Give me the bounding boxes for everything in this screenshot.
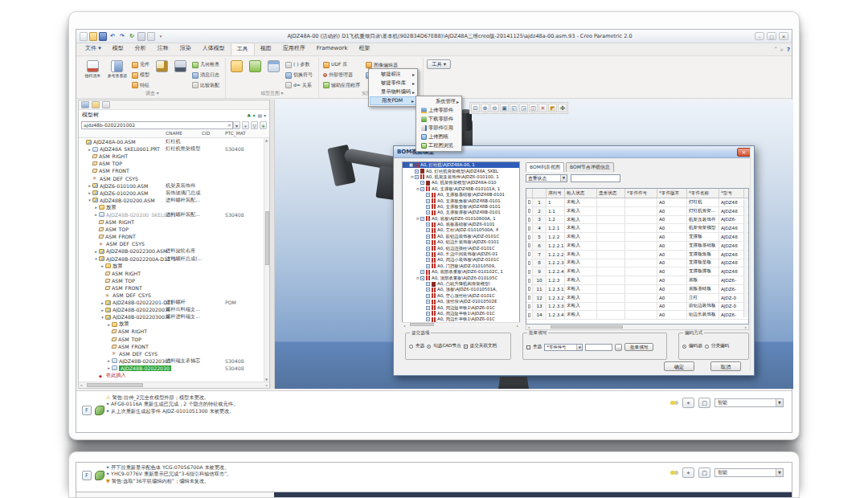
expander-icon[interactable] [106,358,112,363]
bom-tree-row[interactable]: A0, 支撑板基础板\AJDZ48B-0101 [403,192,519,198]
filter-value-input[interactable] [571,174,620,182]
column-header-cname[interactable]: CNAME [166,131,182,136]
model-tree-row[interactable]: ASM_TOP [79,160,269,167]
ribbon-tab[interactable]: 注释 [152,43,174,55]
regenerate-icon[interactable]: ↻ [128,32,136,41]
search-tool-button[interactable]: ⌖ [682,467,694,478]
node-checkbox[interactable] [426,210,430,214]
node-checkbox[interactable] [426,300,430,304]
expander-icon[interactable] [100,308,105,312]
display-style-icon[interactable]: ◫ [529,104,538,112]
model-tree-row[interactable]: AJDZ48B-020220200.A 螺杆出料端支... [79,306,269,313]
menu-item[interactable]: 敏捷零件库 [370,79,416,88]
bom-tree-row[interactable]: A0, 支撑板撑板\AJDZ48B-0101 [403,210,519,215]
model-tree-row[interactable]: ASM_DEF_CSYS [79,292,269,299]
model-tree-row[interactable]: AJDZ6-010200.ASM 装饰玻璃门总成 [79,190,269,197]
find-in-tree-icon[interactable]: ⌖ [242,121,249,129]
save-icon[interactable] [99,32,107,41]
table-horizontal-scrollbar[interactable]: ◂▸ [526,325,749,330]
undo-icon[interactable]: ↶ [108,32,117,41]
model-tree-row[interactable]: ASM_FRONT [79,343,269,350]
menu-item[interactable]: 下载零部件 [417,115,461,124]
row-checkbox[interactable] [528,304,530,308]
zoom-in-icon[interactable]: ⊕ [481,104,489,112]
ribbon-tab[interactable]: 模型 [107,43,129,55]
支撑板基础板[interactable]: 6 1.2.2.1 未检入 A0 支撑板基础板 AJDZ48 [526,242,748,251]
message-log-button[interactable]: 消息日志 [190,71,221,80]
expander-icon[interactable] [93,249,99,254]
minimize-ribbon-icon[interactable]: ˄ [775,46,778,54]
node-checkbox[interactable] [420,181,424,185]
底板[interactable]: 10 1.2.3 未检入 A0 底板 AJDZ6- [526,276,748,285]
dialog-tab[interactable]: BOM列表视图 [526,162,564,172]
zoom-out-icon[interactable]: ⊖ [490,104,499,112]
node-checkbox[interactable] [415,175,419,179]
model-tree-row[interactable]: ASM_TOP [79,336,269,343]
model-tree-row[interactable]: ASM_DEF_CSYS [79,174,269,182]
column-header-cid[interactable]: CID [202,131,210,136]
row-checkbox[interactable] [528,227,530,231]
family-table-button[interactable] [265,59,281,90]
table-vertical-scrollbar[interactable] [743,199,747,317]
row-checkbox[interactable] [528,296,530,300]
node-checkbox[interactable] [409,163,413,167]
bom-tree-horizontal-scrollbar[interactable]: ◂▸ [402,322,520,327]
maximize-button[interactable]: ▢ [767,32,776,40]
node-checkbox[interactable] [426,258,430,262]
help-icon[interactable]: ? [787,46,790,54]
cancel-button[interactable]: 取消 [710,361,741,371]
ribbon-tab[interactable]: 文件 ▾ [80,43,107,55]
node-checkbox[interactable] [426,199,430,203]
model-tree-row[interactable]: AJDZ6-010100.ASM 机架及装饰件 [79,182,269,190]
node-checkbox[interactable] [426,264,430,268]
model-tree-tab-icon[interactable] [81,101,89,108]
bom-tree-row[interactable]: A0, 机架及装饰件\AJDZ6-010100, 1 [403,174,519,180]
bom-tree-row[interactable]: A0, 支撑板\AJDZ48B-010101A, 1 [403,186,519,192]
前铝边装饰板[interactable]: 13 1.2.3.3 未检入 A0 前铝边装饰板 AJDZ-0 [526,303,748,312]
find-button[interactable] [172,59,188,90]
folder-browser-tab-icon[interactable] [92,101,100,108]
tree-columns-icon[interactable]: ▤ ▾ [257,112,266,118]
combo-dropdown-icon[interactable]: ▼ [560,175,567,182]
new-file-icon[interactable] [80,32,88,41]
saved-analysis-button[interactable] [154,59,170,90]
tree-horizontal-scrollbar[interactable]: ◂▸ [79,382,269,388]
command-search-icon[interactable]: ⌕ [780,46,784,54]
expander-icon[interactable] [106,365,112,370]
view-grid-icon[interactable] [147,32,155,41]
annotation-display-icon[interactable]: ◩ [548,104,557,112]
model-tree-row[interactable]: 在此插入 [79,372,269,379]
reference-viewer-button[interactable]: 参考查看器 [106,59,128,90]
combo-dropdown-icon[interactable]: ▼ [576,345,582,350]
model-tree-row[interactable]: ASM_RIGHT [79,270,269,277]
select-all-radio[interactable] [409,345,413,349]
ribbon-tab[interactable]: 分析 [129,43,152,55]
bom-button[interactable]: 物料清单 [82,59,104,90]
node-checkbox[interactable] [420,217,424,221]
menu-item[interactable]: 敏捷标注 [370,70,416,79]
expander-icon[interactable] [93,212,99,217]
window-manager-icon[interactable] [137,32,145,41]
row-checkbox[interactable] [528,261,530,265]
model-tree-row[interactable]: AJDZ48A_SKEL0001.PRT 灯柱机骨架模型 S30408 [79,145,269,153]
bom-tree-vertical-scrollbar[interactable] [750,146,754,370]
ribbon-tab[interactable]: 工具 [231,43,255,55]
bom-tree-row[interactable]: A0, 顶丝块\AJDZ-01010502E [403,299,519,304]
saved-orientations-icon[interactable]: ◲ [519,104,528,112]
bom-tree-row[interactable]: A0, 铝边连接柱\AJDZ-0101C [403,245,519,251]
expander-icon[interactable] [87,190,92,195]
favorites-tab-icon[interactable] [102,101,110,108]
model-tree-row[interactable]: AJDZ48B-02022201-D11 进料螺杆 POM [79,299,269,306]
row-checkbox[interactable] [528,235,530,239]
add-filter-icon[interactable]: + [260,121,267,129]
show-navigator-icon[interactable]: F [82,406,92,415]
menu-item[interactable]: 上传图纸 [417,133,461,141]
立柱[interactable]: 12 1.2.3.2 未检入 A0 立柱 AJDZ-0 [526,294,748,303]
clear-search-icon[interactable]: × [227,122,231,129]
menu-item[interactable]: 工程图浏览 [417,141,461,150]
tree-filter-icon[interactable]: ▽ [251,121,258,129]
model-tree-row[interactable]: 放置 [79,263,269,270]
ribbon-tab[interactable]: Framework [311,43,354,55]
selection-filter-combo[interactable]: 智能 ▼ [714,468,784,477]
show-navigator-icon[interactable]: F [82,471,92,480]
